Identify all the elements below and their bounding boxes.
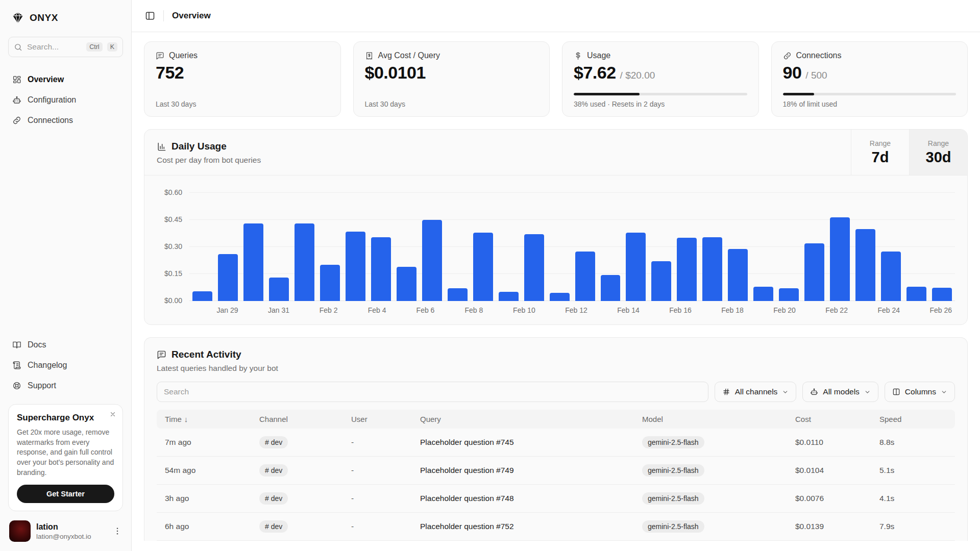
bar-feb-18[interactable]	[728, 249, 748, 301]
chat-icon	[156, 52, 164, 60]
column-header-time[interactable]: Time↓	[157, 415, 251, 423]
table-row[interactable]: 7m ago# dev-Placeholder question #745gem…	[157, 429, 955, 457]
x-axis-tick: Feb 24	[877, 306, 900, 314]
table-row[interactable]: 54m ago# dev-Placeholder question #749ge…	[157, 457, 955, 485]
column-header-channel[interactable]: Channel	[251, 415, 343, 423]
column-header-query[interactable]: Query	[412, 415, 634, 423]
stat-value: $7.62	[574, 63, 616, 83]
range-button-30d[interactable]: Range30d	[909, 130, 967, 175]
stat-value: $0.0101	[365, 63, 426, 83]
bar-feb-12[interactable]	[575, 252, 595, 301]
bar-feb-1[interactable]	[295, 223, 314, 301]
filter-button-columns[interactable]: Columns	[885, 382, 955, 402]
x-axis-tick: Feb 22	[825, 306, 848, 314]
table-search-input[interactable]	[157, 382, 708, 402]
bar-feb-19[interactable]	[753, 287, 773, 301]
sidebar-search[interactable]: Ctrl K	[8, 37, 123, 57]
bar-feb-24[interactable]	[881, 252, 901, 301]
book-icon	[12, 340, 21, 349]
bar-jan-31[interactable]	[269, 278, 289, 301]
stat-card-queries: Queries752Last 30 days	[144, 41, 341, 117]
get-started-button[interactable]: Get Starter	[17, 485, 114, 503]
bar-feb-17[interactable]	[702, 237, 722, 301]
x-axis-tick	[853, 306, 872, 314]
bar-feb-2[interactable]	[320, 265, 340, 301]
x-axis-tick	[344, 306, 362, 314]
cell-cost: $0.0110	[787, 438, 871, 447]
column-header-cost[interactable]: Cost	[787, 415, 871, 423]
table-header-row: Time↓ChannelUserQueryModelCostSpeed	[157, 410, 955, 429]
bar-feb-11[interactable]	[550, 293, 570, 301]
page-title: Overview	[172, 11, 211, 21]
column-header-user[interactable]: User	[343, 415, 412, 423]
bar-feb-23[interactable]	[855, 229, 875, 301]
sidebar-item-label: Connections	[28, 116, 73, 125]
bar-jan-29[interactable]	[218, 254, 238, 301]
bar-feb-8[interactable]	[473, 233, 493, 301]
bar-feb-25[interactable]	[906, 287, 926, 301]
x-axis-tick: Feb 14	[617, 306, 640, 314]
stat-value: 90	[783, 63, 802, 83]
robot-icon	[810, 388, 818, 396]
stat-label: Queries	[169, 51, 198, 60]
avatar	[9, 520, 31, 542]
stat-footer: 38% used · Resets in 2 days	[574, 100, 747, 108]
filter-button-all-models[interactable]: All models	[802, 382, 878, 402]
bar-feb-15[interactable]	[651, 261, 671, 301]
search-input[interactable]	[27, 42, 82, 52]
filter-button-all-channels[interactable]: All channels	[715, 382, 797, 402]
table-row[interactable]: 3h ago# dev-Placeholder question #748gem…	[157, 485, 955, 513]
sidebar-item-connections[interactable]: Connections	[8, 111, 123, 130]
bar-feb-10[interactable]	[524, 234, 544, 301]
table-row[interactable]: 6h ago# dev-Placeholder question #752gem…	[157, 513, 955, 541]
sidebar-toggle-icon[interactable]	[145, 11, 155, 21]
model-badge: gemini-2.5-flash	[642, 520, 704, 533]
bar-feb-14[interactable]	[626, 233, 646, 301]
y-axis-tick: $0.30	[164, 242, 182, 251]
chevron-down-icon	[782, 389, 789, 395]
bar-jan-30[interactable]	[243, 223, 263, 301]
close-icon[interactable]	[109, 411, 116, 418]
column-header-speed[interactable]: Speed	[871, 415, 955, 423]
bar-feb-16[interactable]	[677, 238, 697, 301]
bar-feb-4[interactable]	[371, 237, 391, 301]
bar-jan-28[interactable]	[192, 291, 212, 301]
range-label: Range	[928, 139, 949, 147]
sidebar-item-overview[interactable]: Overview	[8, 70, 123, 89]
sidebar-item-label: Overview	[28, 75, 64, 84]
bar-feb-21[interactable]	[804, 243, 824, 301]
recent-activity-card: Recent Activity Latest queries handled b…	[144, 337, 968, 541]
bar-feb-13[interactable]	[601, 275, 621, 301]
cell-query: Placeholder question #748	[412, 494, 634, 503]
stat-footer: Last 30 days	[156, 100, 329, 108]
bar-feb-3[interactable]	[346, 232, 365, 301]
link-icon	[12, 116, 21, 125]
bar-feb-6[interactable]	[422, 220, 442, 301]
bar-feb-22[interactable]	[830, 217, 850, 301]
table-controls: All channelsAll modelsColumns	[144, 373, 967, 410]
bar-feb-9[interactable]	[499, 292, 519, 301]
column-header-model[interactable]: Model	[634, 415, 787, 423]
bar-feb-26[interactable]	[932, 288, 952, 302]
x-axis-tick: Feb 10	[513, 306, 535, 314]
sidebar-item-docs[interactable]: Docs	[8, 336, 123, 354]
x-axis-tick	[905, 306, 924, 314]
sidebar-item-changelog[interactable]: Changelog	[8, 356, 123, 374]
x-axis-tick	[593, 306, 611, 314]
x-axis-tick: Feb 16	[669, 306, 692, 314]
x-axis-tick: Jan 29	[216, 306, 238, 314]
sidebar-item-configuration[interactable]: Configuration	[8, 91, 123, 109]
search-icon	[14, 43, 22, 52]
user-account[interactable]: lation lation@onyxbot.io	[8, 520, 123, 542]
bar-feb-7[interactable]	[448, 288, 468, 301]
filter-label: All models	[823, 387, 860, 396]
bar-feb-20[interactable]	[779, 288, 799, 301]
range-button-7d[interactable]: Range7d	[851, 130, 909, 175]
bar-feb-5[interactable]	[397, 267, 416, 301]
shortcut-ctrl: Ctrl	[86, 42, 102, 52]
x-axis-tick	[801, 306, 820, 314]
stat-footer: 18% of limit used	[783, 100, 957, 108]
kebab-menu-icon[interactable]	[113, 527, 122, 536]
cell-user: -	[343, 494, 412, 503]
sidebar-item-support[interactable]: Support	[8, 377, 123, 395]
